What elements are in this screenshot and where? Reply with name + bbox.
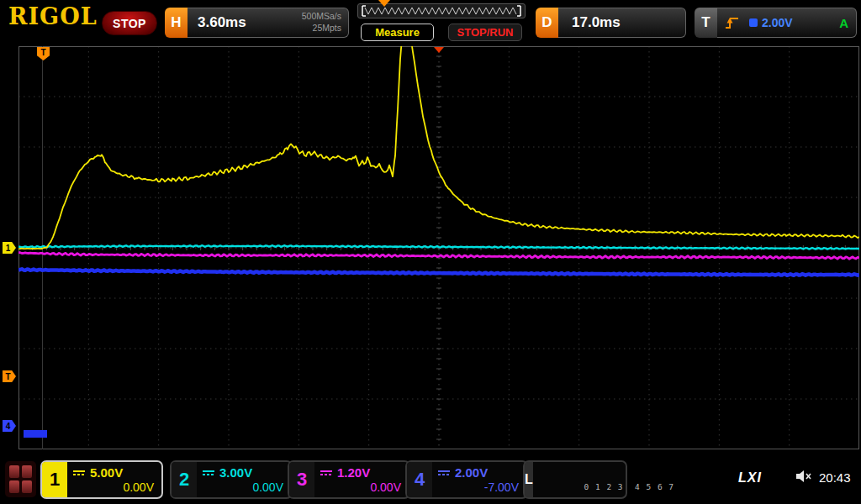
sound-muted-icon: [795, 470, 812, 483]
horizontal-box: 3.60ms 500MSa/s 25Mpts: [188, 8, 349, 38]
lxi-logo: LXI: [738, 470, 762, 486]
ch4-coupling-icon: [438, 470, 450, 475]
ch1-position-marker[interactable]: 1: [3, 242, 16, 254]
logic-channel-list: 0 1 2 3 4 5 6 7 8 9 1011 12131415: [533, 462, 684, 497]
trigger-source-icon: [749, 18, 758, 27]
run-state-badge: STOP: [102, 11, 157, 35]
channel4-offset: -7.00V: [438, 480, 519, 494]
clock: 20:43: [819, 470, 851, 485]
oscilloscope-screen: RIGOL STOP H 3.60ms 500MSa/s 25Mpts Meas…: [0, 0, 861, 504]
ch3-coupling-icon: [320, 470, 332, 475]
measure-button[interactable]: Measure: [361, 24, 434, 41]
trigger-level: 2.00V: [762, 16, 793, 29]
channel1-status[interactable]: 1 5.00V 0.00V: [40, 460, 163, 499]
delay-value: 17.0ms: [572, 14, 621, 31]
trigger-mode: A: [839, 16, 848, 30]
logic-row1: 0 1 2 3 4 5 6 7: [584, 482, 675, 491]
channel4-scale: 2.00V: [455, 465, 488, 480]
channel4-info: 2.00V -7.00V: [432, 462, 526, 497]
delay-box: 17.0ms: [558, 8, 686, 38]
channel2-info: 3.00V 0.00V: [197, 462, 291, 497]
trigger-box: 2.00V A: [717, 8, 857, 38]
horizontal-timebase-group: H 3.60ms 500MSa/s 25Mpts: [165, 8, 349, 38]
delay-label: D: [536, 8, 558, 38]
ch1-coupling-icon: [73, 470, 85, 475]
ch4-offscreen-indicator: [24, 430, 47, 438]
center-reference-icon: [434, 47, 444, 53]
trigger-group: T 2.00V A: [695, 8, 857, 38]
logic-analyzer-status[interactable]: L 0 1 2 3 4 5 6 7 8 9 1011 12131415: [523, 460, 627, 499]
channel3-scale: 1.20V: [337, 465, 370, 480]
channel3-offset: 0.00V: [320, 480, 401, 494]
memory-trigger-position-icon: [378, 0, 390, 7]
ch2-coupling-icon: [203, 470, 214, 475]
channel3-status[interactable]: 3 1.20V 0.00V: [288, 460, 410, 499]
acquisition-info: 500MSa/s 25Mpts: [302, 11, 341, 34]
channel2-scale: 3.00V: [219, 465, 252, 480]
sample-rate: 500MSa/s: [302, 11, 341, 21]
menu-grid-icon[interactable]: [5, 461, 36, 497]
bottom-status-bar: 1 5.00V 0.00V 2 3.00V 0.00V 3: [0, 457, 861, 504]
channel1-number: 1: [42, 462, 67, 497]
trigger-label: T: [695, 8, 717, 38]
channel4-status[interactable]: 4 2.00V -7.00V: [405, 460, 528, 499]
trigger-level-marker[interactable]: T: [3, 370, 16, 382]
channel2-status[interactable]: 2 3.00V 0.00V: [170, 460, 293, 499]
logic-label: L: [525, 462, 533, 497]
horizontal-label: H: [165, 8, 188, 38]
memory-depth: 25Mpts: [313, 23, 341, 33]
channel4-number: 4: [407, 462, 432, 497]
timebase-scale: 3.60ms: [198, 14, 246, 31]
channel2-offset: 0.00V: [203, 480, 283, 494]
channel3-info: 1.20V 0.00V: [314, 462, 409, 497]
ch4-position-marker[interactable]: 4: [3, 420, 16, 432]
channel1-info: 5.00V 0.00V: [67, 462, 161, 497]
channel1-offset: 0.00V: [73, 480, 154, 494]
channel1-scale: 5.00V: [90, 465, 123, 480]
waveform-canvas: [18, 46, 859, 449]
channel2-number: 2: [172, 462, 197, 497]
delay-group: D 17.0ms: [536, 8, 686, 38]
stop-run-button[interactable]: STOP/RUN: [448, 24, 522, 41]
channel3-number: 3: [289, 462, 314, 497]
waveform-display-area: T 1 T 4: [0, 44, 861, 457]
rigol-logo: RIGOL: [8, 3, 98, 29]
trigger-slope-icon: [724, 15, 741, 30]
top-status-bar: RIGOL STOP H 3.60ms 500MSa/s 25Mpts Meas…: [0, 0, 861, 44]
